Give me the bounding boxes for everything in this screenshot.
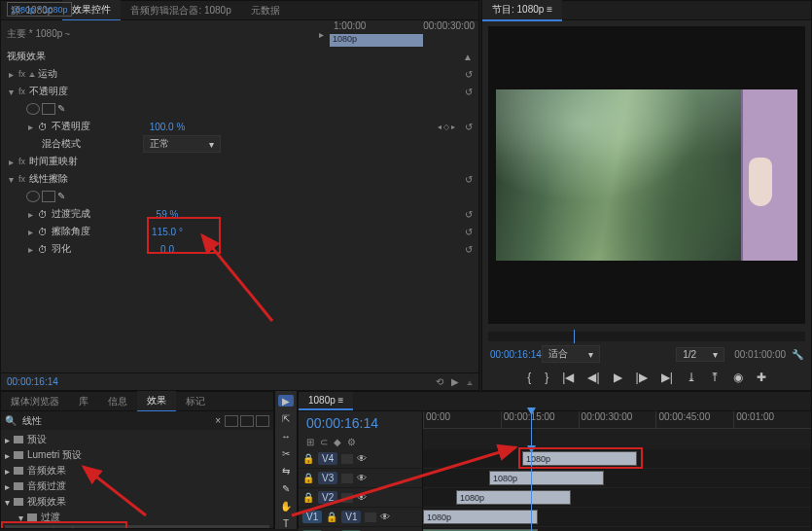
track-v3[interactable]: 🔒V3👁 bbox=[299, 469, 422, 488]
mark-in-button[interactable]: { bbox=[527, 371, 531, 384]
prop-feather[interactable]: 羽化 bbox=[52, 242, 71, 256]
ec-timecode[interactable]: 00:00:16:14 bbox=[7, 376, 58, 387]
blend-mode-dropdown[interactable]: 正常▾ bbox=[143, 135, 221, 153]
lift-button[interactable]: ⤓ bbox=[687, 371, 696, 384]
hand-tool[interactable]: ✋ bbox=[278, 500, 294, 512]
tree-presets[interactable]: ▸预设 bbox=[5, 432, 269, 447]
program-viewer[interactable] bbox=[488, 26, 805, 324]
toggle-icon[interactable]: ⟲ bbox=[436, 376, 443, 387]
keyframe-nav[interactable]: ◂ ◇ ▸ bbox=[438, 123, 455, 131]
step-back-button[interactable]: ◀| bbox=[587, 371, 599, 384]
tree-video-fx[interactable]: ▾视频效果 bbox=[5, 494, 269, 510]
timeline-ruler[interactable]: 00:0000:00:15:0000:00:30:0000:00:45:0000… bbox=[423, 411, 811, 429]
type-tool[interactable]: T bbox=[278, 517, 294, 529]
prop-motion[interactable]: ⟁ 运动 bbox=[29, 67, 57, 81]
mask-shape-controls[interactable]: ✎ bbox=[26, 191, 71, 202]
program-timecode[interactable]: 00:00:16:14 bbox=[490, 349, 542, 360]
eye-icon[interactable]: 👁 bbox=[380, 512, 390, 522]
mark-out-button[interactable]: } bbox=[545, 371, 548, 384]
track-v1[interactable]: V1🔒V1👁 bbox=[299, 508, 422, 527]
program-scrubber[interactable] bbox=[488, 332, 805, 341]
toggle-output-icon[interactable] bbox=[365, 513, 376, 522]
mask-shape-controls[interactable]: ✎ bbox=[26, 103, 71, 115]
prop-linear-wipe[interactable]: 线性擦除 bbox=[29, 172, 68, 186]
eye-icon[interactable]: 👁 bbox=[357, 473, 367, 483]
reset-icon[interactable]: ↺ bbox=[465, 227, 473, 237]
snap-icon[interactable]: ⊞ bbox=[306, 437, 314, 447]
filter-icon[interactable] bbox=[256, 415, 269, 427]
lock-icon[interactable]: 🔒 bbox=[302, 453, 314, 464]
reset-icon[interactable]: ↺ bbox=[465, 87, 473, 97]
timeline-playhead[interactable] bbox=[531, 411, 532, 449]
tab-program[interactable]: 节目: 1080p ≡ bbox=[482, 0, 562, 21]
razor-tool[interactable]: ✂ bbox=[278, 447, 294, 459]
toggle-output-icon[interactable] bbox=[341, 454, 353, 464]
effect-property-list: 视频效果 ▲ ▸fx ⟁ 运动 ↺ ▾fx 不透明度 ↺ ✎ ▸⏱ 不透明度 1… bbox=[1, 48, 478, 372]
clip-v2[interactable]: 1080p bbox=[456, 490, 571, 505]
clip-v3[interactable]: 1080p bbox=[489, 471, 604, 485]
prop-transition-complete[interactable]: 过渡完成 bbox=[52, 207, 90, 221]
zoom-fit-dropdown[interactable]: 适合▾ bbox=[542, 345, 600, 363]
opacity-value[interactable]: 100.0 % bbox=[143, 122, 192, 132]
tab-markers[interactable]: 标记 bbox=[176, 392, 215, 411]
resolution-dropdown[interactable]: 1/2▾ bbox=[676, 347, 724, 362]
settings-icon[interactable]: ⚙ bbox=[347, 437, 356, 447]
tab-audio-mixer[interactable]: 音频剪辑混合器: 1080p bbox=[121, 1, 240, 20]
clip-v1[interactable]: 1080p bbox=[423, 510, 538, 524]
reset-icon[interactable]: ↺ bbox=[465, 69, 473, 80]
track-v2[interactable]: 🔒V2👁 bbox=[299, 488, 422, 508]
prop-time-remap[interactable]: 时间重映射 bbox=[29, 155, 78, 168]
effects-search-input[interactable] bbox=[20, 413, 211, 428]
group-video-effects[interactable]: 视频效果 bbox=[7, 50, 143, 63]
eye-icon[interactable]: 👁 bbox=[357, 492, 367, 503]
tree-audio-fx[interactable]: ▸音频效果 bbox=[5, 463, 269, 478]
reset-icon[interactable]: ↺ bbox=[465, 174, 473, 185]
go-to-in-button[interactable]: |◀ bbox=[562, 371, 574, 384]
reset-icon[interactable]: ↺ bbox=[465, 122, 473, 132]
timeline-options[interactable]: ⊞ ⊂ ◆ ⚙ bbox=[299, 435, 422, 449]
tab-info[interactable]: 信息 bbox=[98, 392, 137, 411]
tree-audio-tr[interactable]: ▸音频过渡 bbox=[5, 478, 269, 494]
toggle-output-icon[interactable] bbox=[341, 474, 353, 483]
track-v4[interactable]: 🔒V4👁 bbox=[299, 449, 422, 469]
tab-metadata[interactable]: 元数据 bbox=[241, 1, 290, 20]
timeline-timecode[interactable]: 00:00:16:14 bbox=[299, 411, 422, 435]
play-button[interactable]: ▶ bbox=[614, 371, 622, 384]
filter-icon[interactable] bbox=[240, 415, 254, 427]
ec-mini-clip[interactable]: 1080p bbox=[330, 34, 423, 47]
pen-tool[interactable]: ✎ bbox=[278, 482, 294, 494]
tab-sequence[interactable]: 1080p ≡ bbox=[299, 392, 353, 410]
filter-icon[interactable] bbox=[225, 415, 238, 427]
wrench-icon[interactable]: ⟁ bbox=[467, 376, 473, 387]
ripple-tool[interactable]: ↔ bbox=[278, 430, 294, 442]
export-frame-button[interactable]: ◉ bbox=[733, 371, 743, 384]
track-select-tool[interactable]: ⇱ bbox=[278, 412, 294, 424]
reset-icon[interactable]: ↺ bbox=[465, 244, 473, 255]
tab-effects[interactable]: 效果 bbox=[137, 391, 176, 412]
prop-opacity[interactable]: 不透明度 bbox=[29, 85, 68, 98]
marker-icon[interactable]: ◆ bbox=[334, 437, 341, 447]
step-forward-button[interactable]: |▶ bbox=[636, 371, 648, 384]
lock-icon[interactable]: 🔒 bbox=[326, 512, 337, 522]
wrench-icon[interactable]: 🔧 bbox=[792, 349, 803, 360]
track-a1[interactable]: A1🔒A1MS bbox=[299, 527, 422, 531]
play-only-icon[interactable]: ▶ bbox=[451, 376, 459, 387]
button-editor-button[interactable]: ✚ bbox=[757, 371, 766, 384]
lock-icon[interactable]: 🔒 bbox=[302, 473, 314, 483]
prop-opacity-value[interactable]: 不透明度 bbox=[52, 120, 90, 133]
selection-tool[interactable]: ▶ bbox=[278, 395, 294, 407]
track-area[interactable]: 1080p 1080p 1080p 1080p bbox=[423, 449, 811, 531]
go-to-out-button[interactable]: ▶| bbox=[661, 371, 673, 384]
tree-lumetri[interactable]: ▸Lumetri 预设 bbox=[5, 447, 269, 463]
reset-icon[interactable]: ↺ bbox=[465, 209, 473, 220]
tab-media-browser[interactable]: 媒体浏览器 bbox=[1, 392, 69, 411]
link-icon[interactable]: ⊂ bbox=[320, 437, 328, 447]
prop-wipe-angle[interactable]: 擦除角度 bbox=[52, 225, 90, 238]
eye-icon[interactable]: 👁 bbox=[357, 453, 367, 464]
extract-button[interactable]: ⤒ bbox=[710, 371, 720, 384]
clear-search-icon[interactable]: × bbox=[215, 415, 221, 426]
tab-library[interactable]: 库 bbox=[69, 392, 98, 411]
slip-tool[interactable]: ⇆ bbox=[278, 465, 294, 477]
toggle-output-icon[interactable] bbox=[341, 493, 353, 503]
lock-icon[interactable]: 🔒 bbox=[302, 492, 314, 503]
